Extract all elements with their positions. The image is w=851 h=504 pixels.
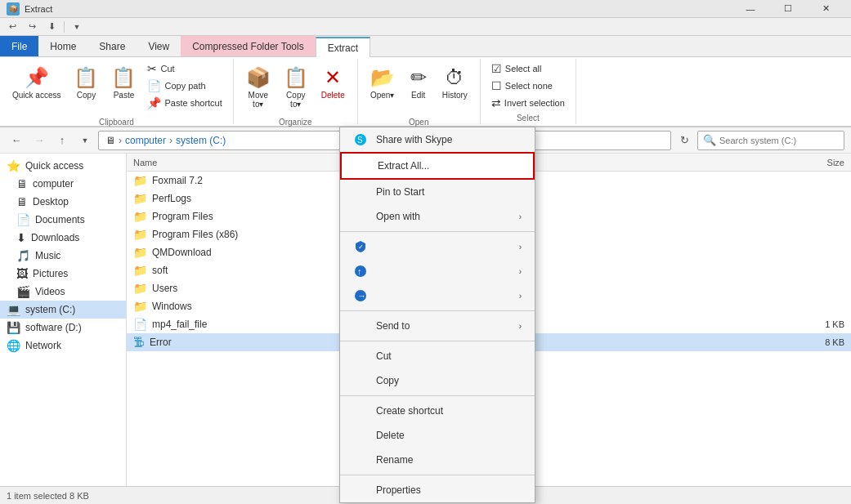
sidebar-item-network[interactable]: 🌐 Network: [0, 337, 126, 355]
close-button[interactable]: ✕: [807, 0, 844, 18]
ribbon-small-group-select: ☑ Select all ☐ Select none ⇄ Invert sele…: [487, 60, 569, 111]
search-input[interactable]: [719, 136, 839, 145]
ctx-share-skype[interactable]: S Share with Skype: [340, 127, 535, 152]
folder-icon: 📁: [133, 174, 147, 187]
sidebar-item-quick-access[interactable]: ⭐ Quick access: [0, 157, 126, 175]
copy-to-button[interactable]: 📋 Copyto▾: [278, 60, 314, 116]
qat-undo-button[interactable]: ↩: [3, 20, 21, 34]
sidebar-item-music[interactable]: 🎵 Music: [0, 247, 126, 265]
qat-down-button[interactable]: ⬇: [43, 20, 60, 34]
minimize-button[interactable]: —: [732, 0, 769, 18]
system-c-icon: 💻: [7, 303, 20, 316]
svg-text:✓: ✓: [358, 243, 364, 251]
rename-icon: [353, 453, 368, 467]
copy-path-icon: 📄: [147, 79, 161, 92]
tab-share[interactable]: Share: [87, 36, 137, 56]
copy-button[interactable]: 📋 Copy: [68, 60, 104, 116]
recent-locations-button[interactable]: ▼: [75, 131, 95, 150]
qat-properties-button[interactable]: ▼: [68, 20, 86, 34]
qat-redo-button[interactable]: ↪: [23, 20, 41, 34]
cut-button[interactable]: ✂ Cut: [143, 60, 226, 77]
delete-ctx-icon: [353, 428, 368, 443]
title-text: Extract: [25, 4, 52, 14]
select-none-button[interactable]: ☐ Select none: [487, 78, 569, 94]
ctx-properties[interactable]: Properties: [340, 478, 535, 502]
ctx-create-shortcut-label: Create shortcut: [376, 405, 443, 417]
ctx-icon-item-1[interactable]: ✓ ›: [340, 234, 535, 259]
up-button[interactable]: ↑: [52, 131, 72, 150]
ctx-icon-item-3[interactable]: → ›: [340, 283, 535, 308]
sync-icon: →: [353, 288, 368, 303]
tab-home[interactable]: Home: [38, 36, 87, 56]
qat-separator: [64, 21, 65, 33]
folder-icon: 📁: [133, 282, 147, 295]
pin-icon: 📌: [25, 66, 49, 89]
search-bar[interactable]: 🔍: [697, 131, 844, 150]
history-button[interactable]: ⏱ History: [437, 60, 473, 116]
paste-button[interactable]: 📋 Paste: [105, 60, 141, 116]
ctx-separator-2: [340, 310, 535, 311]
cut-icon: ✂: [147, 62, 157, 75]
forward-button[interactable]: →: [29, 131, 49, 150]
invert-label: Invert selection: [504, 98, 565, 108]
open-group-label: Open: [409, 116, 428, 127]
back-button[interactable]: ←: [7, 131, 26, 150]
tab-compressed-folder-tools[interactable]: Compressed Folder Tools: [181, 36, 316, 56]
ctx-open-with[interactable]: Open with ›: [340, 204, 535, 229]
refresh-button[interactable]: ↻: [674, 131, 694, 150]
tab-view[interactable]: View: [137, 36, 181, 56]
sidebar-system-c-label: system (C:): [25, 304, 75, 315]
delete-button[interactable]: ✕ Delete: [316, 60, 351, 116]
copy-path-label: Copy path: [164, 81, 205, 91]
select-none-icon: ☐: [491, 79, 502, 92]
sidebar-item-computer[interactable]: 🖥 computer: [0, 175, 126, 193]
ctx-send-to[interactable]: Send to ›: [340, 314, 535, 338]
breadcrumb-computer[interactable]: computer: [125, 135, 166, 146]
ctx-cut[interactable]: Cut: [340, 344, 535, 368]
breadcrumb-system[interactable]: system (C:): [176, 135, 226, 146]
open-button[interactable]: 📂 Open▾: [365, 60, 401, 116]
ctx-extract-all[interactable]: Extract All...: [340, 152, 535, 180]
maximize-button[interactable]: ☐: [769, 0, 807, 18]
icon1-arrow: ›: [519, 243, 522, 252]
sidebar-item-pictures[interactable]: 🖼 Pictures: [0, 265, 126, 283]
history-label: History: [442, 91, 468, 100]
invert-icon: ⇄: [491, 96, 501, 109]
select-all-icon: ☑: [491, 62, 502, 75]
ctx-icon-item-2[interactable]: ↑ ›: [340, 259, 535, 283]
tab-extract[interactable]: Extract: [316, 37, 370, 57]
ctx-create-shortcut[interactable]: Create shortcut: [340, 399, 535, 423]
shield-blue-icon: ✓: [353, 239, 368, 254]
pin-to-quick-access-button[interactable]: 📌 Quick access: [7, 60, 66, 116]
sidebar-item-desktop[interactable]: 🖥 Desktop: [0, 193, 126, 211]
select-all-button[interactable]: ☑ Select all: [487, 60, 569, 77]
invert-selection-button[interactable]: ⇄ Invert selection: [487, 95, 569, 111]
sidebar-item-downloads[interactable]: ⬇ Downloads: [0, 229, 126, 247]
move-to-button[interactable]: 📦 Moveto▾: [240, 60, 276, 116]
ctx-pin-to-start[interactable]: Pin to Start: [340, 180, 535, 204]
edit-button[interactable]: ✏ Edit: [402, 60, 435, 116]
ctx-rename[interactable]: Rename: [340, 448, 535, 472]
pin-label: Quick access: [12, 91, 60, 100]
ctx-copy[interactable]: Copy: [340, 368, 535, 393]
ribbon: 📌 Quick access 📋 Copy 📋 Paste ✂ Cut 📄 Co…: [0, 57, 851, 127]
sidebar-item-system-c[interactable]: 💻 system (C:): [0, 301, 126, 319]
ctx-open-with-label: Open with: [376, 211, 420, 222]
ctx-send-to-label: Send to: [376, 320, 410, 332]
clipboard-group-label: Clipboard: [99, 116, 134, 127]
sidebar-item-videos[interactable]: 🎬 Videos: [0, 283, 126, 301]
sidebar-item-documents[interactable]: 📄 Documents: [0, 211, 126, 229]
zip-icon: 🗜: [133, 336, 145, 349]
title-controls: — ☐ ✕: [732, 0, 844, 18]
ctx-separator-1: [340, 231, 535, 232]
paste-shortcut-button[interactable]: 📌 Paste shortcut: [143, 95, 226, 111]
ctx-copy-label: Copy: [376, 375, 399, 386]
ribbon-group-open: 📂 Open▾ ✏ Edit ⏱ History Open: [358, 59, 481, 124]
sidebar-item-software-d[interactable]: 💾 software (D:): [0, 319, 126, 337]
pin-to-start-icon: [353, 185, 368, 199]
tab-file[interactable]: File: [0, 36, 38, 56]
size-column-header: Size: [827, 158, 844, 167]
search-icon: 🔍: [703, 134, 716, 146]
ctx-delete[interactable]: Delete: [340, 423, 535, 448]
copy-path-button[interactable]: 📄 Copy path: [143, 78, 226, 94]
